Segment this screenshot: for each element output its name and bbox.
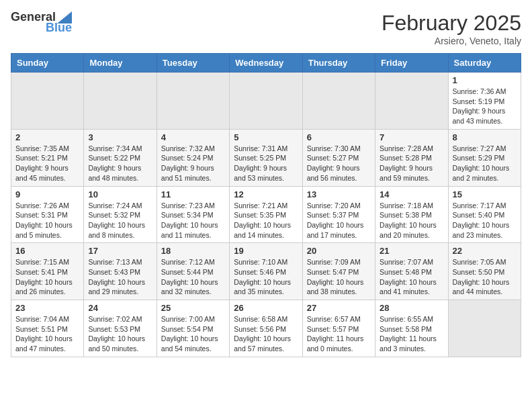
calendar-day-cell: 19Sunrise: 7:10 AM Sunset: 5:46 PM Dayli… — [230, 243, 302, 300]
calendar-day-cell: 13Sunrise: 7:20 AM Sunset: 5:37 PM Dayli… — [302, 186, 375, 243]
calendar-day-cell: 7Sunrise: 7:28 AM Sunset: 5:28 PM Daylig… — [375, 129, 448, 186]
calendar-day-cell: 15Sunrise: 7:17 AM Sunset: 5:40 PM Dayli… — [448, 186, 521, 243]
calendar-day-cell — [11, 73, 84, 130]
day-info: Sunrise: 7:05 AM Sunset: 5:50 PM Dayligh… — [453, 257, 517, 297]
calendar-week-row: 16Sunrise: 7:15 AM Sunset: 5:41 PM Dayli… — [11, 243, 521, 300]
calendar-day-cell: 22Sunrise: 7:05 AM Sunset: 5:50 PM Dayli… — [448, 243, 521, 300]
calendar-day-cell: 3Sunrise: 7:34 AM Sunset: 5:22 PM Daylig… — [84, 129, 157, 186]
calendar-day-cell: 20Sunrise: 7:09 AM Sunset: 5:47 PM Dayli… — [302, 243, 375, 300]
day-info: Sunrise: 7:09 AM Sunset: 5:47 PM Dayligh… — [307, 257, 371, 297]
day-info: Sunrise: 7:36 AM Sunset: 5:19 PM Dayligh… — [453, 87, 517, 126]
calendar-day-cell: 16Sunrise: 7:15 AM Sunset: 5:41 PM Dayli… — [11, 243, 84, 300]
day-info: Sunrise: 7:28 AM Sunset: 5:28 PM Dayligh… — [380, 144, 443, 183]
calendar-day-cell: 26Sunrise: 6:58 AM Sunset: 5:56 PM Dayli… — [230, 300, 302, 357]
day-number: 21 — [380, 246, 443, 256]
day-info: Sunrise: 7:20 AM Sunset: 5:37 PM Dayligh… — [307, 201, 371, 240]
day-number: 27 — [307, 303, 371, 313]
day-info: Sunrise: 7:17 AM Sunset: 5:40 PM Dayligh… — [453, 201, 517, 240]
day-info: Sunrise: 7:15 AM Sunset: 5:41 PM Dayligh… — [15, 257, 79, 297]
day-number: 13 — [307, 189, 371, 199]
day-number: 3 — [88, 132, 152, 142]
day-info: Sunrise: 7:18 AM Sunset: 5:38 PM Dayligh… — [380, 201, 443, 240]
calendar-day-cell — [302, 73, 375, 130]
calendar-day-cell: 21Sunrise: 7:07 AM Sunset: 5:48 PM Dayli… — [375, 243, 448, 300]
calendar-day-cell: 23Sunrise: 7:04 AM Sunset: 5:51 PM Dayli… — [11, 300, 84, 357]
calendar-day-cell: 14Sunrise: 7:18 AM Sunset: 5:38 PM Dayli… — [375, 186, 448, 243]
day-info: Sunrise: 6:58 AM Sunset: 5:56 PM Dayligh… — [234, 314, 298, 354]
day-number: 7 — [380, 132, 443, 142]
day-info: Sunrise: 7:35 AM Sunset: 5:21 PM Dayligh… — [15, 144, 79, 183]
calendar-day-cell: 24Sunrise: 7:02 AM Sunset: 5:53 PM Dayli… — [84, 300, 157, 357]
calendar-day-cell: 25Sunrise: 7:00 AM Sunset: 5:54 PM Dayli… — [157, 300, 229, 357]
day-info: Sunrise: 7:07 AM Sunset: 5:48 PM Dayligh… — [380, 257, 443, 297]
calendar-day-cell: 2Sunrise: 7:35 AM Sunset: 5:21 PM Daylig… — [11, 129, 84, 186]
day-number: 11 — [161, 189, 225, 199]
day-info: Sunrise: 7:04 AM Sunset: 5:51 PM Dayligh… — [15, 314, 79, 354]
location-subtitle: Arsiero, Veneto, Italy — [382, 36, 521, 46]
title-block: February 2025 Arsiero, Veneto, Italy — [382, 11, 521, 46]
calendar-day-cell — [448, 300, 521, 357]
day-info: Sunrise: 7:21 AM Sunset: 5:35 PM Dayligh… — [234, 201, 298, 240]
day-number: 26 — [234, 303, 298, 313]
day-number: 4 — [161, 132, 225, 142]
day-number: 14 — [380, 189, 443, 199]
calendar-day-cell: 18Sunrise: 7:12 AM Sunset: 5:44 PM Dayli… — [157, 243, 229, 300]
day-info: Sunrise: 7:27 AM Sunset: 5:29 PM Dayligh… — [453, 144, 517, 183]
calendar-weekday-header: Saturday — [448, 54, 521, 73]
day-number: 15 — [453, 189, 517, 199]
month-title: February 2025 — [382, 11, 521, 36]
calendar-day-cell — [375, 73, 448, 130]
day-number: 24 — [88, 303, 152, 313]
day-info: Sunrise: 7:12 AM Sunset: 5:44 PM Dayligh… — [161, 257, 225, 297]
day-info: Sunrise: 7:26 AM Sunset: 5:31 PM Dayligh… — [15, 201, 79, 240]
calendar-weekday-header: Tuesday — [157, 54, 229, 73]
day-info: Sunrise: 6:57 AM Sunset: 5:57 PM Dayligh… — [307, 314, 371, 354]
calendar-week-row: 9Sunrise: 7:26 AM Sunset: 5:31 PM Daylig… — [11, 186, 521, 243]
logo-blue: Blue — [46, 21, 72, 35]
page-header: General Blue February 2025 Arsiero, Vene… — [11, 11, 521, 46]
day-number: 20 — [307, 246, 371, 256]
calendar-weekday-header: Friday — [375, 54, 448, 73]
day-info: Sunrise: 7:23 AM Sunset: 5:34 PM Dayligh… — [161, 201, 225, 240]
calendar-day-cell — [157, 73, 229, 130]
day-number: 17 — [88, 246, 152, 256]
calendar-week-row: 23Sunrise: 7:04 AM Sunset: 5:51 PM Dayli… — [11, 300, 521, 357]
day-number: 23 — [15, 303, 79, 313]
day-number: 18 — [161, 246, 225, 256]
day-info: Sunrise: 7:34 AM Sunset: 5:22 PM Dayligh… — [88, 144, 152, 183]
calendar-day-cell — [84, 73, 157, 130]
calendar-day-cell: 4Sunrise: 7:32 AM Sunset: 5:24 PM Daylig… — [157, 129, 229, 186]
calendar-day-cell: 5Sunrise: 7:31 AM Sunset: 5:25 PM Daylig… — [230, 129, 302, 186]
day-info: Sunrise: 7:24 AM Sunset: 5:32 PM Dayligh… — [88, 201, 152, 240]
calendar-header-row: SundayMondayTuesdayWednesdayThursdayFrid… — [11, 54, 521, 73]
day-info: Sunrise: 7:32 AM Sunset: 5:24 PM Dayligh… — [161, 144, 225, 183]
calendar-day-cell: 12Sunrise: 7:21 AM Sunset: 5:35 PM Dayli… — [230, 186, 302, 243]
day-info: Sunrise: 7:13 AM Sunset: 5:43 PM Dayligh… — [88, 257, 152, 297]
day-number: 5 — [234, 132, 298, 142]
day-number: 2 — [15, 132, 79, 142]
day-number: 25 — [161, 303, 225, 313]
day-info: Sunrise: 7:02 AM Sunset: 5:53 PM Dayligh… — [88, 314, 152, 354]
day-number: 28 — [380, 303, 443, 313]
calendar-week-row: 1Sunrise: 7:36 AM Sunset: 5:19 PM Daylig… — [11, 73, 521, 130]
day-number: 6 — [307, 132, 371, 142]
calendar-day-cell: 8Sunrise: 7:27 AM Sunset: 5:29 PM Daylig… — [448, 129, 521, 186]
calendar-day-cell: 28Sunrise: 6:55 AM Sunset: 5:58 PM Dayli… — [375, 300, 448, 357]
calendar-day-cell: 11Sunrise: 7:23 AM Sunset: 5:34 PM Dayli… — [157, 186, 229, 243]
calendar-weekday-header: Monday — [84, 54, 157, 73]
calendar-weekday-header: Wednesday — [230, 54, 302, 73]
calendar-table: SundayMondayTuesdayWednesdayThursdayFrid… — [11, 53, 521, 357]
day-number: 16 — [15, 246, 79, 256]
calendar-day-cell — [230, 73, 302, 130]
day-number: 19 — [234, 246, 298, 256]
day-number: 8 — [453, 132, 517, 142]
day-info: Sunrise: 7:00 AM Sunset: 5:54 PM Dayligh… — [161, 314, 225, 354]
calendar-weekday-header: Sunday — [11, 54, 84, 73]
calendar-day-cell: 10Sunrise: 7:24 AM Sunset: 5:32 PM Dayli… — [84, 186, 157, 243]
day-number: 1 — [453, 75, 517, 85]
day-info: Sunrise: 7:10 AM Sunset: 5:46 PM Dayligh… — [234, 257, 298, 297]
day-info: Sunrise: 7:31 AM Sunset: 5:25 PM Dayligh… — [234, 144, 298, 183]
calendar-day-cell: 6Sunrise: 7:30 AM Sunset: 5:27 PM Daylig… — [302, 129, 375, 186]
day-info: Sunrise: 7:30 AM Sunset: 5:27 PM Dayligh… — [307, 144, 371, 183]
day-number: 10 — [88, 189, 152, 199]
